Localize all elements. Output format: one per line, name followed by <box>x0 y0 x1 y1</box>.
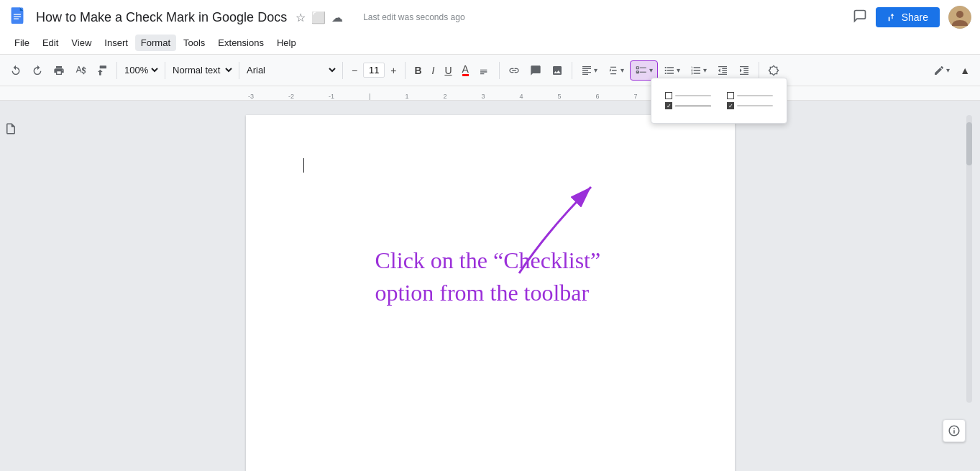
title-icon-group: ☆ ⬜ ☁ <box>296 11 343 24</box>
sep1 <box>116 62 117 79</box>
sidebar-page-icon[interactable] <box>4 122 17 138</box>
checked-checkbox-2: ✓ <box>727 102 734 109</box>
right-sidebar <box>958 101 980 471</box>
title-bar: How to Make a Check Mark in Google Docs … <box>0 0 980 32</box>
cloud-icon[interactable]: ☁ <box>331 11 343 24</box>
line-spacing-button[interactable]: ▾ <box>603 62 628 79</box>
text-cursor <box>303 158 304 173</box>
star-icon[interactable]: ☆ <box>296 11 306 24</box>
menu-file[interactable]: File <box>9 35 35 51</box>
svg-rect-2 <box>14 14 22 15</box>
annotation-text: Click on the “Checklist” option from the… <box>375 244 720 309</box>
spellcheck-button[interactable] <box>70 62 91 79</box>
menu-format[interactable]: Format <box>135 35 176 51</box>
document-title: How to Make a Check Mark in Google Docs <box>36 10 287 25</box>
text-color-button[interactable]: A <box>458 61 473 79</box>
ruler: -3 -2 -1 | 1 2 3 4 5 6 7 8 9 <box>0 86 980 101</box>
document-area: Click on the “Checklist” option from the… <box>0 101 980 471</box>
image-button[interactable] <box>547 62 567 79</box>
italic-button[interactable]: I <box>428 62 439 79</box>
left-sidebar <box>0 101 22 471</box>
svg-rect-3 <box>14 17 22 17</box>
indent-increase-button[interactable] <box>734 62 754 79</box>
avatar[interactable] <box>948 6 971 29</box>
menu-insert[interactable]: Insert <box>99 35 134 51</box>
menu-edit[interactable]: Edit <box>37 35 64 51</box>
text-line-2 <box>737 95 773 96</box>
header-right: Share <box>853 6 971 29</box>
font-size-input[interactable] <box>363 63 385 78</box>
redo-button[interactable] <box>27 62 47 79</box>
scrollbar-thumb[interactable] <box>966 122 972 165</box>
sep6 <box>499 62 500 79</box>
sep8 <box>759 62 759 79</box>
annotation-overlay: Click on the “Checklist” option from the… <box>318 173 706 446</box>
comment-toolbar-button[interactable] <box>526 62 546 79</box>
clear-formatting-button[interactable] <box>764 62 784 79</box>
menu-view[interactable]: View <box>65 35 97 51</box>
align-button[interactable]: ▾ <box>577 62 602 79</box>
paint-format-button[interactable] <box>92 62 112 79</box>
text-line-3 <box>737 105 773 106</box>
checked-checkbox: ✓ <box>665 102 672 109</box>
bold-button[interactable]: B <box>410 62 426 79</box>
docs-logo-icon <box>9 6 30 28</box>
font-size-decrease[interactable]: − <box>347 62 362 79</box>
text-line <box>675 95 711 96</box>
page-container: Click on the “Checklist” option from the… <box>22 101 958 471</box>
sep3 <box>239 62 239 79</box>
strikethrough-line <box>675 105 711 106</box>
svg-rect-4 <box>14 19 19 19</box>
bullet-list-button[interactable]: ▾ <box>659 62 684 79</box>
checklist-option-unchecked[interactable]: ✓ <box>660 87 716 114</box>
presentation-icon[interactable]: ⬜ <box>311 11 326 24</box>
font-size-increase[interactable]: + <box>386 62 400 79</box>
underline-button[interactable]: U <box>440 62 456 79</box>
sep7 <box>572 62 572 79</box>
last-edit-status: Last edit was seconds ago <box>363 12 847 22</box>
zoom-select[interactable]: 100% 75% 50% <box>122 64 160 76</box>
document-page[interactable]: Click on the “Checklist” option from the… <box>246 115 735 471</box>
numbered-list-button[interactable]: ▾ <box>686 62 711 79</box>
collapse-toolbar-button[interactable]: ▲ <box>956 62 974 79</box>
toolbar: 100% 75% 50% Normal text Heading 1 Headi… <box>0 55 980 86</box>
menu-help[interactable]: Help <box>271 35 302 51</box>
sep5 <box>405 62 406 79</box>
print-button[interactable] <box>49 62 69 79</box>
arrow-annotation <box>318 144 677 288</box>
svg-rect-5 <box>888 17 889 21</box>
svg-rect-8 <box>636 66 638 68</box>
checklist-dropdown: ✓ ✓ <box>651 78 787 124</box>
menu-bar: File Edit View Insert Format Tools Exten… <box>0 32 980 55</box>
share-button[interactable]: Share <box>876 7 940 27</box>
editing-mode-button[interactable]: ▾ <box>929 62 954 79</box>
indent-decrease-button[interactable] <box>713 62 733 79</box>
font-select[interactable]: Arial Times New Roman <box>244 64 338 76</box>
explore-button[interactable] <box>943 419 966 442</box>
link-button[interactable] <box>504 62 524 79</box>
empty-checkbox <box>665 92 672 99</box>
menu-tools[interactable]: Tools <box>178 35 211 51</box>
style-select[interactable]: Normal text Heading 1 Heading 2 <box>170 64 234 76</box>
highlight-button[interactable] <box>475 62 495 79</box>
checklist-option-checked[interactable]: ✓ <box>722 87 778 114</box>
menu-extensions[interactable]: Extensions <box>212 35 270 51</box>
sep4 <box>342 62 343 79</box>
empty-checkbox-2 <box>727 92 734 99</box>
svg-point-7 <box>956 11 963 18</box>
font-size-control: − + <box>347 62 400 79</box>
undo-button[interactable] <box>6 62 26 79</box>
scrollbar-track <box>966 115 972 403</box>
comments-button[interactable] <box>853 9 867 27</box>
sep2 <box>165 62 165 79</box>
